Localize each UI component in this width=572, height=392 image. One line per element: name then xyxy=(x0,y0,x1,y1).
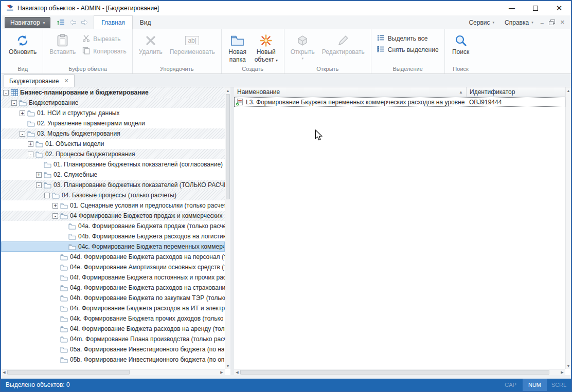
locate-in-tree-button[interactable] xyxy=(56,17,66,28)
column-header-name[interactable]: Наименование ▲ xyxy=(234,87,467,97)
expand-icon[interactable]: + xyxy=(52,203,58,209)
paste-button[interactable]: Вставить xyxy=(46,31,79,57)
tree-item[interactable]: 04c. Формирование Бюджета переменных ком… xyxy=(1,241,225,252)
list-hscroll-thumb[interactable] xyxy=(240,370,549,375)
list-hscroll-track[interactable] xyxy=(240,369,559,375)
app-menu-button[interactable]: Навигатор ▾ xyxy=(5,17,50,28)
child-restore-button[interactable] xyxy=(549,20,555,25)
tree-item[interactable]: 05b. Формирование Инвестиционного бюджет… xyxy=(1,354,225,365)
scroll-left-icon[interactable]: ◀ xyxy=(234,369,240,375)
tree-item[interactable]: 04d. Формирование Бюджета расходов на пе… xyxy=(1,252,225,262)
maximize-button[interactable] xyxy=(524,1,547,15)
column-header-id[interactable]: Идентификатор xyxy=(467,87,565,97)
tree-item[interactable]: 04b. Формирование Бюджета расходов на ло… xyxy=(1,231,225,241)
tree-item[interactable]: -Бюджетирование xyxy=(1,98,225,108)
scroll-down-icon[interactable]: ▼ xyxy=(225,363,230,369)
collapse-icon[interactable]: - xyxy=(20,131,25,137)
collapse-icon[interactable]: - xyxy=(28,152,33,157)
list-horizontal-scrollbar[interactable]: ◀ ▶ xyxy=(234,369,565,375)
copy-button[interactable]: Копировать xyxy=(79,46,130,57)
expand-icon[interactable]: + xyxy=(28,141,33,147)
collapse-icon[interactable]: - xyxy=(52,213,58,219)
tree-item[interactable]: 01. Планирование бюджетных показателей (… xyxy=(1,159,225,170)
group-label-selection: Выделение xyxy=(371,66,444,72)
collapse-icon[interactable]: - xyxy=(44,193,50,198)
tree-item[interactable]: +01. Сценарные условия и предпосылки (то… xyxy=(1,200,225,211)
collapse-icon[interactable]: - xyxy=(36,182,42,188)
expand-icon[interactable]: + xyxy=(20,110,25,116)
rename-button[interactable]: ab| Переименовать xyxy=(166,31,219,57)
list-row[interactable]: L3. Формирование Бюджета переменных комм… xyxy=(234,97,565,107)
search-label: Поиск xyxy=(452,49,469,55)
new-object-button[interactable]: Новый объект ▾ xyxy=(251,31,281,64)
close-button[interactable]: ✕ xyxy=(547,1,571,15)
tree-item[interactable]: 05a. Формирование Инвестиционного бюджет… xyxy=(1,344,225,354)
scroll-right-icon[interactable]: ▶ xyxy=(219,369,225,375)
tree-item[interactable]: 04g. Формирование Бюджета расходов на ст… xyxy=(1,283,225,293)
tree-item[interactable]: -04 Формирование Бюджетов продаж и комме… xyxy=(1,211,225,221)
minimize-button[interactable]: — xyxy=(500,1,524,15)
tree-hscroll-thumb[interactable] xyxy=(7,370,130,375)
tree-item[interactable]: 04h. Формирование Бюджета по закупкам ТЭ… xyxy=(1,293,225,303)
group-label-clipboard: Буфер обмена xyxy=(43,66,132,72)
collapse-icon[interactable]: - xyxy=(11,100,17,106)
scroll-left-icon[interactable]: ◀ xyxy=(1,369,7,375)
tree-item[interactable]: -03. Планирование бюджетных показателей … xyxy=(1,180,225,190)
tree-item[interactable]: +01. Объекты модели xyxy=(1,139,225,149)
tree-item[interactable]: 04l. Формирование Бюджета расходов на ар… xyxy=(1,324,225,334)
scroll-up-icon[interactable]: ▲ xyxy=(225,87,230,94)
tree-item[interactable]: 02. Управление параметрами модели xyxy=(1,118,225,128)
search-button[interactable]: Поиск xyxy=(448,31,474,57)
nav-back-button[interactable] xyxy=(67,17,78,28)
tree-item[interactable]: 04a. Формирование Бюджета продаж (только… xyxy=(1,221,225,231)
tree-item[interactable]: -04. Базовые процессы (только расчеты) xyxy=(1,190,225,200)
edit-button[interactable]: Редактировать xyxy=(318,31,368,57)
expand-icon[interactable]: + xyxy=(36,172,42,178)
menu-help[interactable]: Справка ▾ xyxy=(499,15,539,29)
folder-icon xyxy=(35,141,43,147)
collapse-icon[interactable]: - xyxy=(3,90,9,96)
deselect-button[interactable]: Снять выделение xyxy=(374,45,442,55)
tree-item[interactable]: 04m. Формирование Плана производства (то… xyxy=(1,334,225,344)
folder-icon xyxy=(60,346,68,353)
child-close-button[interactable]: ✕ xyxy=(560,19,565,26)
scroll-down-icon[interactable]: ▼ xyxy=(566,363,571,369)
new-folder-button[interactable]: Новая папка xyxy=(224,31,251,64)
tree-item[interactable]: +02. Служебные xyxy=(1,170,225,180)
new-folder-label-line1: Новая xyxy=(228,49,246,55)
scroll-up-icon[interactable]: ▲ xyxy=(566,87,571,94)
tree-item-label: 04g. Формирование Бюджета расходов на ст… xyxy=(70,284,225,291)
scroll-right-icon[interactable]: ▶ xyxy=(559,369,565,375)
ribbon-group-clipboard: Вставить Вырезать xyxy=(43,29,133,73)
document-tab[interactable]: Бюджетирование ✕ xyxy=(4,74,75,87)
chevron-down-icon: ▾ xyxy=(302,57,304,60)
tree-item[interactable]: -02. Процессы бюджетирования xyxy=(1,149,225,159)
tree-item[interactable]: -03. Модель бюджетирования xyxy=(1,128,225,139)
refresh-button[interactable]: Обновить xyxy=(5,31,40,57)
cut-button[interactable]: Вырезать xyxy=(79,33,130,45)
tree-item[interactable]: 04e. Формирование Амортизации основных с… xyxy=(1,262,225,272)
menu-service[interactable]: Сервис ▾ xyxy=(463,15,499,29)
select-all-button[interactable]: Выделить все xyxy=(374,33,442,44)
tree-item[interactable]: 04i. Формирование Бюджета расходов на ИТ… xyxy=(1,303,225,313)
tab-close-icon[interactable]: ✕ xyxy=(64,78,68,84)
tree-item[interactable]: 04f. Формирование Бюджета постоянных и п… xyxy=(1,272,225,283)
tab-home[interactable]: Главная xyxy=(94,15,133,29)
tree-item[interactable]: +01. НСИ и структуры данных xyxy=(1,108,225,118)
refresh-icon xyxy=(16,33,29,48)
child-minimize-button[interactable]: – xyxy=(541,20,544,26)
tree-item[interactable]: -Бизнес-планирование и бюджетирование xyxy=(1,87,225,98)
tab-view[interactable]: Вид xyxy=(133,15,158,29)
open-button[interactable]: Открыть ▾ xyxy=(287,31,318,61)
tree-vscroll-thumb[interactable] xyxy=(226,94,230,199)
pane-splitter[interactable] xyxy=(230,87,234,375)
tree-hscroll-track[interactable] xyxy=(7,369,219,375)
tree-item[interactable]: 04k. Формирование Бюджета прочих доходов… xyxy=(1,313,225,324)
ribbon-group-open: Открыть ▾ Редактировать Открыть xyxy=(284,29,371,73)
nav-forward-button[interactable] xyxy=(79,17,90,28)
tree-vertical-scrollbar[interactable]: ▲ ▼ xyxy=(225,87,230,369)
list-vertical-scrollbar[interactable]: ▲ ▼ xyxy=(565,87,571,369)
delete-button[interactable]: Удалить xyxy=(135,31,166,57)
tree-horizontal-scrollbar[interactable]: ◀ ▶ xyxy=(1,369,225,375)
indicator-caps-lock: CAP xyxy=(498,379,523,391)
